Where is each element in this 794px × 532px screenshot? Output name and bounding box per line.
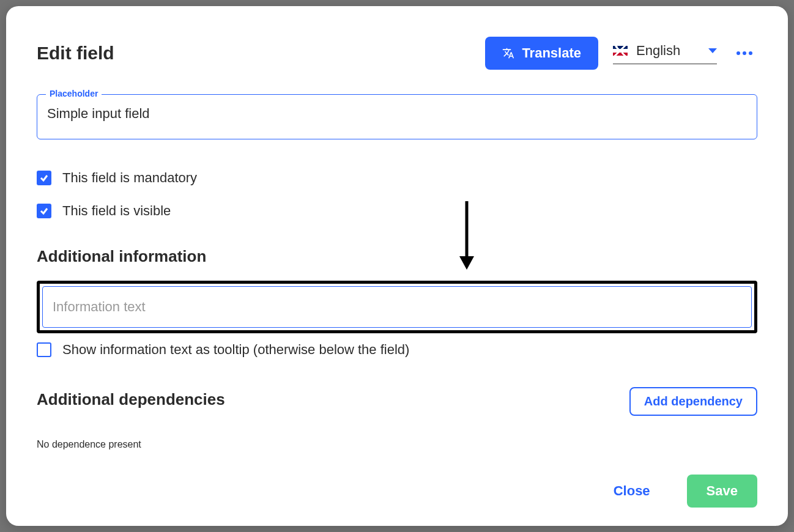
placeholder-field-label: Placeholder bbox=[46, 89, 102, 98]
mandatory-row: This field is mandatory bbox=[37, 170, 757, 186]
translate-button-label: Translate bbox=[522, 45, 581, 61]
more-menu-button[interactable] bbox=[732, 46, 757, 60]
chevron-down-icon bbox=[708, 48, 717, 53]
modal-header: Edit field Translate English bbox=[37, 37, 757, 70]
placeholder-field-wrap: Placeholder bbox=[37, 94, 757, 139]
dots-icon bbox=[736, 51, 740, 55]
mandatory-label: This field is mandatory bbox=[62, 170, 197, 186]
visible-label: This field is visible bbox=[62, 203, 171, 219]
edit-field-modal: Edit field Translate English Placeholder bbox=[6, 6, 788, 526]
uk-flag-icon bbox=[613, 46, 628, 56]
additional-info-heading: Additional information bbox=[37, 247, 757, 266]
mandatory-checkbox[interactable] bbox=[37, 171, 51, 185]
visible-row: This field is visible bbox=[37, 203, 757, 219]
translate-button[interactable]: Translate bbox=[485, 37, 598, 70]
save-button[interactable]: Save bbox=[687, 475, 757, 508]
svg-marker-1 bbox=[459, 256, 474, 270]
add-dependency-button[interactable]: Add dependency bbox=[629, 387, 757, 416]
modal-footer: Close Save bbox=[37, 450, 757, 508]
visible-checkbox[interactable] bbox=[37, 204, 51, 218]
translate-icon bbox=[502, 47, 514, 59]
tooltip-label: Show information text as tooltip (otherw… bbox=[62, 342, 409, 358]
check-icon bbox=[39, 206, 49, 216]
header-actions: Translate English bbox=[485, 37, 757, 70]
dependencies-empty-text: No dependence present bbox=[37, 439, 757, 450]
annotation-arrow bbox=[458, 201, 476, 272]
language-label: English bbox=[636, 43, 700, 59]
placeholder-input[interactable] bbox=[47, 106, 747, 122]
info-field-highlight bbox=[37, 281, 757, 333]
modal-title: Edit field bbox=[37, 43, 114, 64]
dependencies-header-row: Additional dependencies Add dependency bbox=[37, 387, 757, 416]
language-select[interactable]: English bbox=[613, 43, 717, 64]
dependencies-heading: Additional dependencies bbox=[37, 390, 225, 409]
information-text-input[interactable] bbox=[42, 286, 752, 328]
tooltip-row: Show information text as tooltip (otherw… bbox=[37, 342, 757, 358]
close-button[interactable]: Close bbox=[601, 476, 662, 506]
tooltip-checkbox[interactable] bbox=[37, 342, 51, 357]
arrow-down-icon bbox=[458, 201, 476, 270]
check-icon bbox=[39, 173, 49, 183]
